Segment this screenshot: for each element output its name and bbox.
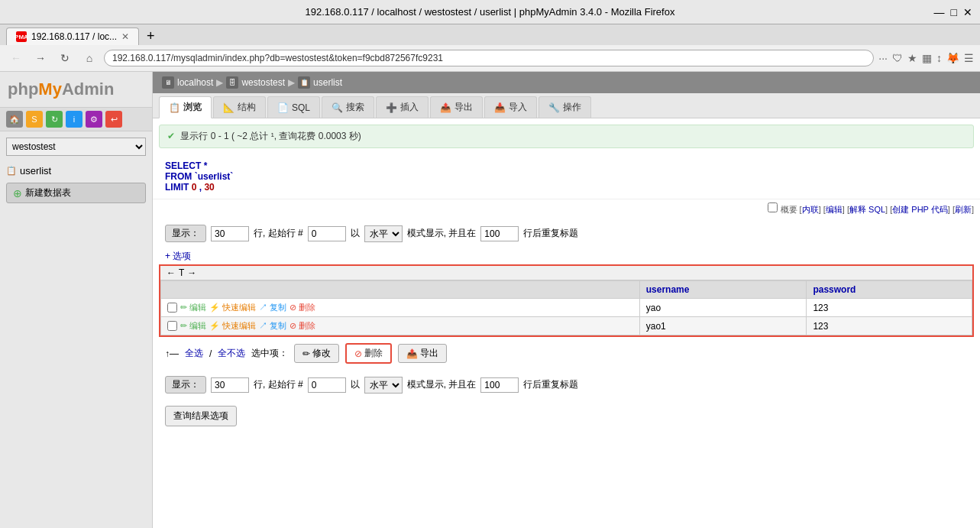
options-label: + 选项 [165,251,191,261]
row2-delete-link[interactable]: ⊘ 删除 [289,320,315,332]
breadcrumb-db[interactable]: 🗄 westostest [226,76,285,89]
refresh-link[interactable]: 刷新 [955,205,972,214]
sidebar-item-userlist[interactable]: 📋 userlist [0,162,152,180]
tab-import[interactable]: 📥 导入 [484,96,537,118]
window-controls[interactable]: — □ ✕ [934,6,972,18]
col-username[interactable]: username [639,281,807,299]
sql-icon[interactable]: S [26,111,43,128]
settings-icon[interactable]: ⚙ [86,111,102,128]
hamburger-icon[interactable]: ☰ [964,52,974,64]
links-bar: 概要 [内联] [编辑] [解释 SQL] [创建 PHP 代码] [刷新] [153,199,980,219]
menu-dots-icon[interactable]: ··· [878,52,888,64]
sql-line2: FROM `userlist` [165,171,233,182]
row2-copy-link[interactable]: ↗ 复制 [259,320,286,332]
sidebar-icon[interactable]: ▦ [922,52,932,64]
mode-select-bottom[interactable]: 水平 垂直 [364,377,403,394]
close-button[interactable]: ✕ [963,6,972,18]
row1-username: yao [639,299,807,317]
inline-link[interactable]: 内联 [802,205,819,214]
mode-label-top: 以 [351,227,360,240]
browse-tab-icon: 📋 [169,102,180,113]
export-icon: 📤 [406,348,418,359]
query-options-button[interactable]: 查询结果选项 [165,406,237,426]
tab-close-icon[interactable]: ✕ [121,31,129,42]
display-button-bottom[interactable]: 显示： [165,376,206,394]
row1-password: 123 [807,299,972,317]
synced-icon[interactable]: ↕ [936,52,942,64]
forward-button[interactable]: → [31,48,50,68]
home-button[interactable]: ⌂ [79,48,99,68]
logo: phpMyAdmin [0,72,152,107]
table-item-label: userlist [20,165,51,177]
repeat-input-top[interactable] [480,226,519,241]
modify-icon: ✏ [302,348,310,359]
search-tab-label: 搜索 [346,101,364,114]
active-tab[interactable]: PMA 192.168.0.117 / loc... ✕ [6,28,139,45]
start-input-bottom[interactable] [308,377,346,393]
tab-insert[interactable]: ➕ 插入 [376,96,429,118]
arrow-right-icon[interactable]: → [187,267,196,278]
modify-button[interactable]: ✏ 修改 [294,344,339,363]
options-link[interactable]: + 选项 [153,248,980,264]
row1-quick-edit-link[interactable]: ⚡ 快速编辑 [209,302,256,313]
tab-structure[interactable]: 📐 结构 [213,96,266,118]
bookmark-icon[interactable]: ★ [907,52,917,64]
new-tab-button[interactable]: + [142,28,160,44]
data-table: username password ✏ 编辑 ⚡ 快速编辑 ↗ 复制 ⊘ 删除 [160,280,972,335]
summary-checkbox[interactable] [768,202,778,212]
address-bar[interactable] [104,50,874,66]
tab-operations[interactable]: 🔧 操作 [539,96,591,118]
create-php-link[interactable]: 创建 PHP 代码 [892,205,948,214]
rows-input-top[interactable] [211,226,249,241]
home-icon[interactable]: 🏠 [6,111,23,128]
row1-delete-link[interactable]: ⊘ 删除 [289,302,315,313]
tab-browse[interactable]: 📋 浏览 [159,96,212,118]
logout-icon[interactable]: ↩ [105,111,122,128]
export-button[interactable]: 📤 导出 [398,344,447,363]
row1-copy-link[interactable]: ↗ 复制 [259,302,286,313]
titlebar: 192.168.0.117 / localhost / westostest /… [0,0,980,24]
col-password[interactable]: password [807,281,972,299]
row1-edit-link[interactable]: ✏ 编辑 [180,302,206,313]
firefox-icon: 🦊 [946,52,959,64]
minimize-button[interactable]: — [934,6,945,18]
tab-search[interactable]: 🔍 搜索 [322,96,374,118]
deselect-link[interactable]: 全不选 [218,347,245,360]
table-row: ✏ 编辑 ⚡ 快速编辑 ↗ 复制 ⊘ 删除 yao1 123 [161,317,972,335]
edit-link[interactable]: 编辑 [826,205,843,214]
breadcrumb-localhost[interactable]: 🖥 localhost [162,76,213,89]
arrow-left-icon[interactable]: ← [167,267,176,278]
db-select[interactable]: westostest [6,138,146,156]
select-all-link[interactable]: 全选 [185,347,203,360]
structure-tab-label: 结构 [238,101,256,114]
breadcrumb-table-label: userlist [313,77,342,88]
tab-label: 192.168.0.117 / loc... [31,31,117,42]
tab-export[interactable]: 📤 导出 [430,96,483,118]
db-icon: 🗄 [226,76,238,89]
display-button-top[interactable]: 显示： [165,225,206,242]
delete-button[interactable]: ⊘ 删除 [345,343,392,364]
breadcrumb-table[interactable]: 📋 userlist [298,76,342,89]
repeat-input-bottom[interactable] [480,377,519,393]
logo-dmin: Admin [62,79,114,99]
mode-select-top[interactable]: 水平 垂直 [364,225,403,242]
row1-checkbox[interactable] [167,303,177,313]
row2-checkbox[interactable] [167,321,177,331]
sidebar-icons: 🏠 S ↻ i ⚙ ↩ [0,107,152,131]
row2-quick-edit-link[interactable]: ⚡ 快速编辑 [209,320,256,332]
explain-sql-link[interactable]: 解释 SQL [849,205,885,214]
tab-sql[interactable]: 📄 SQL [267,96,320,118]
delete-icon: ⊘ [354,348,362,359]
back-button[interactable]: ← [6,48,26,68]
info-icon[interactable]: i [66,111,82,128]
status-bar: ✔ 显示行 0 - 1 ( ~2 总计 ¹, 查询花费 0.0003 秒) [159,125,974,148]
start-input-top[interactable] [308,226,346,241]
reload-button[interactable]: ↻ [55,48,75,68]
new-table-button[interactable]: ⊕ 新建数据表 [6,183,146,203]
rows-input-bottom[interactable] [211,377,249,393]
refresh-icon[interactable]: ↻ [46,111,63,128]
browse-tab-label: 浏览 [183,101,202,114]
db-selector[interactable]: westostest [6,138,146,156]
maximize-button[interactable]: □ [951,6,957,18]
row2-edit-link[interactable]: ✏ 编辑 [180,320,206,332]
